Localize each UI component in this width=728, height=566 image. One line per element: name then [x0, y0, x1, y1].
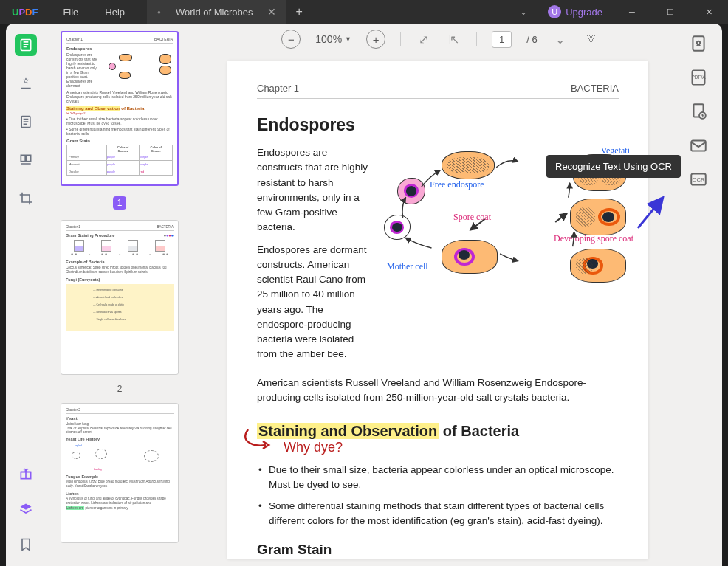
tab-dot-icon: ● [157, 9, 161, 15]
svg-rect-3 [27, 155, 31, 161]
crop-tool[interactable] [15, 187, 37, 210]
menu-help[interactable]: Help [92, 7, 138, 18]
main-area: Chapter 1BACTERIA Endospores Endospores … [6, 24, 722, 566]
email-tool[interactable] [689, 136, 708, 155]
layers-tool[interactable] [15, 498, 37, 520]
app-logo: UPDF [0, 7, 49, 18]
zoom-level[interactable]: 100%▼ [315, 33, 351, 45]
edit-tool[interactable] [15, 111, 37, 133]
maximize-button[interactable]: ☐ [654, 0, 687, 24]
page-total: / 6 [526, 34, 537, 45]
thumbnail-panel: Chapter 1BACTERIA Endospores Endospores … [46, 24, 193, 566]
chapter-header: Chapter 1 BACTERIA [257, 83, 619, 99]
paragraph-1: Endospores are constructs that are highl… [257, 145, 375, 235]
annotate-tool[interactable] [15, 72, 37, 94]
thumbnails-tool[interactable] [15, 34, 37, 56]
bullet-2: Some differential staining methods that … [257, 499, 619, 529]
page-input[interactable]: 1 [492, 31, 512, 48]
new-tab-button[interactable]: + [286, 5, 311, 18]
svg-rect-11 [691, 141, 706, 151]
zoom-in-button[interactable]: + [366, 30, 385, 49]
next-page-icon[interactable]: ⌄ [552, 32, 568, 46]
heading-staining: Staining and Observation of Bacteria [257, 423, 519, 440]
fit-width-icon[interactable]: ⤢ [416, 32, 431, 46]
upgrade-badge-icon: U [548, 5, 561, 18]
thumbnail-page-1[interactable]: Chapter 1BACTERIA Endospores Endospores … [61, 31, 179, 186]
document-view[interactable]: Chapter 1 BACTERIA Endospores Endospores… [227, 61, 648, 559]
svg-text:OCR: OCR [693, 176, 705, 183]
bookmark-tool[interactable] [15, 534, 37, 556]
handwritten-annotation: Why dye? [257, 440, 619, 455]
close-button[interactable]: ✕ [693, 0, 725, 24]
heading-gram-stain: Gram Stain [257, 542, 619, 558]
tab-title: World of Microbes [176, 7, 253, 18]
document-tab[interactable]: ● World of Microbes ✕ [147, 0, 286, 24]
svg-text:PDF/A: PDF/A [691, 75, 706, 80]
heading-endospores: Endospores [257, 115, 619, 135]
ocr-tool[interactable]: OCR [689, 170, 708, 189]
right-toolbar: PDF/A OCR [675, 24, 722, 566]
pdfa-tool[interactable]: PDF/A [689, 68, 708, 87]
paragraph-2: Endospores are dormant constructs. Ameri… [257, 243, 375, 362]
titlebar: UPDF File Help ● World of Microbes ✕ + ⌄… [0, 0, 728, 24]
export-tool[interactable] [689, 34, 708, 53]
last-page-icon[interactable]: ⩔ [583, 32, 600, 46]
fit-page-icon[interactable]: ⇱ [446, 32, 461, 46]
bullet-1: Due to their small size, bacteria appear… [257, 463, 619, 493]
ocr-tooltip: Recognize Text Using OCR [546, 155, 681, 178]
thumbnail-page-3[interactable]: Chapter 2 Yeast Unicellular fungi Oval o… [61, 403, 179, 543]
top-toolbar: − 100%▼ + ⤢ ⇱ 1 / 6 ⌄ ⩔ [207, 24, 675, 55]
organize-tool[interactable] [15, 149, 37, 171]
thumbnail-label-1: 1 [113, 196, 126, 210]
callout-arrow-icon [632, 195, 669, 232]
thumbnail-label-2: 2 [61, 384, 179, 394]
tabs-dropdown-icon[interactable]: ⌄ [512, 7, 535, 17]
tab-close-icon[interactable]: ✕ [267, 6, 276, 18]
zoom-out-button[interactable]: − [281, 30, 301, 49]
menu-file[interactable]: File [49, 7, 92, 18]
left-toolbar [6, 24, 46, 566]
paragraph-3: American scientists Russell Vreeland and… [257, 376, 619, 406]
svg-rect-2 [21, 155, 25, 161]
thumbnail-page-2[interactable]: Chapter 1BACTERIA Gram Staining Procedur… [61, 220, 179, 375]
upgrade-button[interactable]: U Upgrade [540, 5, 610, 18]
gift-tool[interactable] [15, 463, 37, 485]
minimize-button[interactable]: ─ [616, 0, 648, 24]
protect-tool[interactable] [689, 102, 708, 121]
